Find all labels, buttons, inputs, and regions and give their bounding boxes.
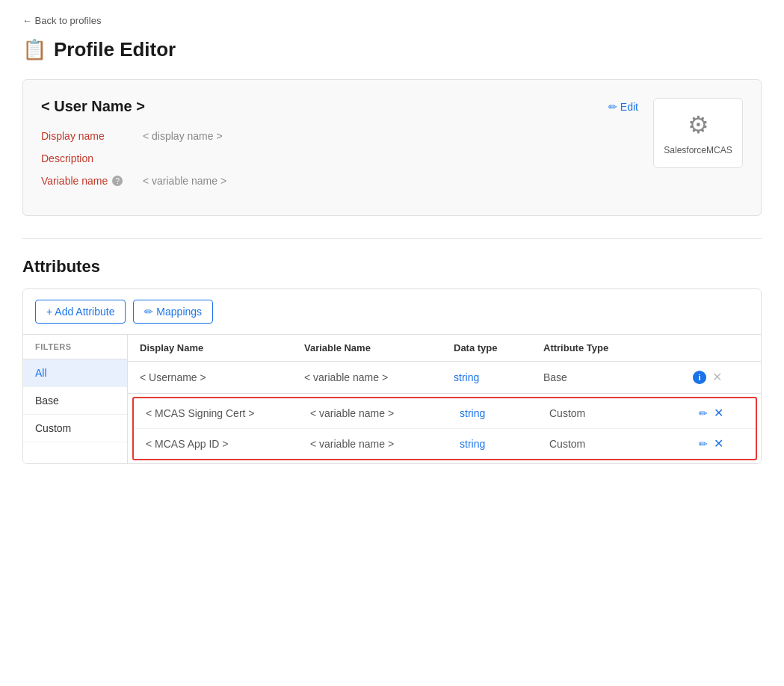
delete-icon[interactable]: ✕ [714, 438, 723, 450]
profile-name: < User Name > [41, 98, 145, 115]
table-row: < MCAS Signing Cert > < variable name > … [134, 398, 756, 429]
description-row: Description [41, 152, 638, 164]
filters-panel: FILTERS All Base Custom [23, 335, 128, 463]
row-attribute-type: Custom [549, 407, 699, 419]
row-variable-name: < variable name > [310, 438, 460, 450]
col-header-attribute-type: Attribute Type [543, 342, 693, 353]
row-data-type[interactable]: string [454, 371, 543, 383]
col-header-data-type: Data type [454, 342, 543, 353]
profile-header: < User Name > ✏ Edit [41, 98, 638, 115]
display-name-label: Display name [41, 130, 131, 142]
filter-custom[interactable]: Custom [23, 415, 127, 442]
filter-base[interactable]: Base [23, 387, 127, 415]
profile-info: < User Name > ✏ Edit Display name < disp… [41, 98, 638, 197]
info-icon[interactable]: i [693, 371, 706, 384]
section-divider [22, 238, 762, 239]
attributes-section-title: Attributes [22, 257, 762, 276]
page-title-icon: 📋 [22, 38, 46, 61]
attributes-container: + Add Attribute ✏ Mappings FILTERS All B… [22, 288, 762, 464]
display-name-value: < display name > [143, 130, 223, 142]
variable-name-label-group: Variable name ? [41, 175, 131, 187]
row-data-type[interactable]: string [460, 407, 549, 419]
custom-rows-wrapper: < MCAS Signing Cert > < variable name > … [132, 397, 757, 460]
row-actions: i ✕ [693, 371, 738, 384]
row-attribute-type: Custom [549, 438, 699, 450]
table-row: < Username > < variable name > string Ba… [128, 362, 762, 394]
variable-name-help-icon[interactable]: ? [112, 176, 123, 186]
col-header-display-name: Display Name [140, 342, 304, 353]
filter-all[interactable]: All [23, 359, 127, 387]
edit-icon[interactable]: ✏ [699, 407, 708, 419]
filters-header: FILTERS [23, 335, 127, 359]
variable-name-label: Variable name [41, 175, 108, 187]
variable-name-row: Variable name ? < variable name > [41, 175, 638, 187]
col-header-variable-name: Variable Name [304, 342, 454, 353]
table-header: Display Name Variable Name Data type Att… [128, 335, 762, 362]
back-link-text: ← Back to profiles [22, 15, 102, 26]
variable-name-value: < variable name > [143, 175, 226, 187]
row-variable-name: < variable name > [310, 407, 460, 419]
attributes-section: Attributes + Add Attribute ✏ Mappings FI… [22, 257, 762, 464]
display-name-row: Display name < display name > [41, 130, 638, 142]
edit-button[interactable]: ✏ Edit [608, 101, 638, 113]
page-title-container: 📋 Profile Editor [22, 38, 762, 61]
edit-icon[interactable]: ✏ [699, 438, 708, 450]
row-display-name: < Username > [140, 371, 304, 383]
back-link[interactable]: ← Back to profiles [22, 15, 762, 26]
page-title-text: Profile Editor [54, 38, 176, 61]
gear-icon: ⚙ [688, 111, 709, 139]
row-actions: ✏ ✕ [699, 407, 744, 419]
app-icon-box: ⚙ SalesforceMCAS [653, 98, 743, 168]
col-header-actions [693, 342, 738, 353]
add-attribute-button[interactable]: + Add Attribute [35, 300, 126, 324]
mappings-button[interactable]: ✏ Mappings [133, 300, 213, 324]
app-label: SalesforceMCAS [664, 145, 732, 155]
row-variable-name: < variable name > [304, 371, 454, 383]
delete-icon[interactable]: ✕ [712, 371, 722, 383]
row-attribute-type: Base [543, 371, 693, 383]
row-data-type[interactable]: string [460, 438, 549, 450]
data-table: Display Name Variable Name Data type Att… [128, 335, 762, 463]
profile-card: < User Name > ✏ Edit Display name < disp… [22, 79, 762, 216]
table-wrapper: FILTERS All Base Custom Display Name Var… [23, 335, 761, 463]
row-actions: ✏ ✕ [699, 438, 744, 450]
row-display-name: < MCAS App ID > [146, 438, 310, 450]
attributes-toolbar: + Add Attribute ✏ Mappings [23, 289, 761, 335]
row-display-name: < MCAS Signing Cert > [146, 407, 310, 419]
delete-icon[interactable]: ✕ [714, 407, 723, 419]
description-label: Description [41, 152, 131, 164]
table-row: < MCAS App ID > < variable name > string… [134, 429, 756, 459]
